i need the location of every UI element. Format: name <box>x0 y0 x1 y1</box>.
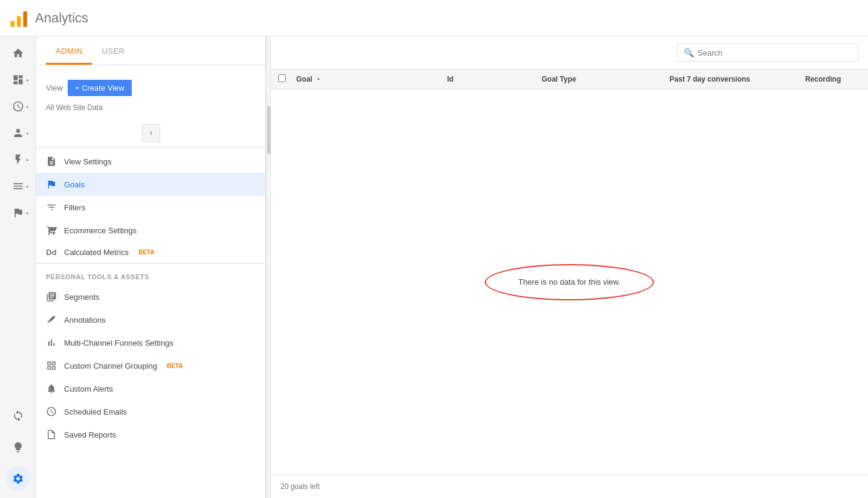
nav-item-custom-channel[interactable]: Custom Channel Grouping BETA <box>36 354 265 377</box>
analytics-logo <box>10 8 29 28</box>
no-data-container: There is no data for this view. <box>485 264 654 300</box>
site-name: All Web Site Data <box>36 103 265 119</box>
beta-badge-custom-channel: BETA <box>167 363 183 369</box>
nav-label-multi-channel: Multi-Channel Funnels Settings <box>64 338 173 348</box>
tab-user[interactable]: USER <box>92 39 134 65</box>
nav-label-custom-alerts: Custom Alerts <box>64 384 113 393</box>
personal-tools-title: PERSONAL TOOLS & ASSETS <box>36 266 265 285</box>
search-box: 🔍 <box>677 44 858 62</box>
svg-rect-2 <box>23 11 27 27</box>
nav-label-annotations: Annotations <box>64 315 106 325</box>
nav-item-segments[interactable]: Segments <box>36 285 265 308</box>
nav-item-custom-alerts[interactable]: Custom Alerts <box>36 377 265 400</box>
goal-col-label: Goal <box>296 75 313 83</box>
svg-rect-1 <box>17 16 21 27</box>
nav-item-multi-channel[interactable]: Multi-Channel Funnels Settings <box>36 331 265 354</box>
id-col-header: Id <box>447 75 484 83</box>
nav-item-calculated-metrics[interactable]: Dd Calculated Metrics BETA <box>36 242 265 263</box>
admin-scrollbar[interactable] <box>266 36 271 498</box>
main-body: ▸ ▸ ▸ ▸ ▸ ▸ <box>0 36 868 498</box>
data-toolbar: 🔍 <box>271 36 868 70</box>
content-area: ADMIN USER View + Create View All Web Si… <box>36 36 868 498</box>
beta-badge-calculated: BETA <box>138 249 154 256</box>
goals-left-bar: 20 goals left <box>271 474 868 498</box>
nav-item-saved-reports[interactable]: Saved Reports <box>36 423 265 446</box>
admin-tabs: ADMIN USER <box>36 36 265 65</box>
create-view-button[interactable]: + Create View <box>68 80 132 96</box>
table-header: Goal Id Goal Type Past 7 day conversions… <box>271 70 868 89</box>
nav-label-calculated-metrics: Calculated Metrics <box>64 248 129 257</box>
settings-button[interactable] <box>6 467 30 491</box>
type-col-header: Goal Type <box>484 75 635 83</box>
admin-content: View + Create View All Web Site Data Vie… <box>36 65 265 498</box>
sidebar-nav: ▸ ▸ ▸ ▸ ▸ ▸ <box>0 36 36 498</box>
nav-label-filters: Filters <box>64 203 85 212</box>
view-row: View + Create View <box>36 75 265 103</box>
search-input[interactable] <box>698 48 852 57</box>
nav-label-segments: Segments <box>64 293 100 302</box>
search-icon: 🔍 <box>684 48 694 57</box>
chevron-icon: ▸ <box>27 210 29 216</box>
chevron-icon: ▸ <box>27 104 29 109</box>
nav-item-goals[interactable]: Goals <box>36 173 265 196</box>
nav-label-view-settings: View Settings <box>64 157 112 166</box>
sidebar-item-home[interactable] <box>6 41 30 65</box>
chevron-icon: ▸ <box>27 157 29 163</box>
collapse-toggle[interactable] <box>142 124 160 142</box>
nav-label-saved-reports: Saved Reports <box>64 430 116 439</box>
sidebar-item-behavior[interactable]: ▸ <box>6 174 30 198</box>
nav-label-goals: Goals <box>64 180 85 189</box>
nav-item-annotations[interactable]: Annotations <box>36 308 265 331</box>
chevron-icon: ▸ <box>27 131 29 136</box>
sidebar-item-loop[interactable] <box>6 404 30 428</box>
nav-item-scheduled-emails[interactable]: Scheduled Emails <box>36 400 265 423</box>
nav-label-scheduled-emails: Scheduled Emails <box>64 407 127 416</box>
rec-col-header: Recording <box>785 75 861 83</box>
sidebar-item-realtime[interactable]: ▸ <box>6 94 30 118</box>
view-label: View <box>46 83 63 92</box>
app-title: Analytics <box>35 10 88 26</box>
chevron-icon: ▸ <box>27 77 29 83</box>
no-data-message: There is no data for this view. <box>518 277 620 286</box>
sidebar-item-insights[interactable] <box>6 435 30 459</box>
svg-rect-0 <box>11 21 15 27</box>
sidebar-item-conversions[interactable]: ▸ <box>6 201 30 225</box>
sidebar-item-dashboard[interactable]: ▸ <box>6 68 30 92</box>
data-panel: 🔍 Goal Id Goal Type <box>271 36 868 498</box>
tab-admin[interactable]: ADMIN <box>46 39 92 65</box>
chevron-icon: ▸ <box>27 184 29 189</box>
sidebar-item-acquisition[interactable]: ▸ <box>6 147 30 172</box>
sidebar-item-audience[interactable]: ▸ <box>6 121 30 145</box>
nav-item-view-settings[interactable]: View Settings <box>36 150 265 173</box>
top-header: Analytics <box>0 0 868 36</box>
goals-left-text: 20 goals left <box>280 482 320 491</box>
admin-panel: ADMIN USER View + Create View All Web Si… <box>36 36 266 498</box>
conv-col-header: Past 7 day conversions <box>634 75 785 83</box>
view-nav-section: View Settings Goals Filters Ecommerce Se… <box>36 147 265 263</box>
personal-tools-section: PERSONAL TOOLS & ASSETS Segments Annotat… <box>36 263 265 446</box>
sidebar-bottom <box>6 404 30 498</box>
nav-label-ecommerce: Ecommerce Settings <box>64 226 137 235</box>
goal-col-header: Goal <box>296 75 447 83</box>
nav-item-ecommerce[interactable]: Ecommerce Settings <box>36 219 265 242</box>
checkbox-col <box>278 74 296 84</box>
table-body: There is no data for this view. <box>271 89 868 474</box>
nav-item-filters[interactable]: Filters <box>36 196 265 219</box>
select-all-checkbox[interactable] <box>278 74 286 82</box>
nav-label-custom-channel: Custom Channel Grouping <box>64 361 157 370</box>
